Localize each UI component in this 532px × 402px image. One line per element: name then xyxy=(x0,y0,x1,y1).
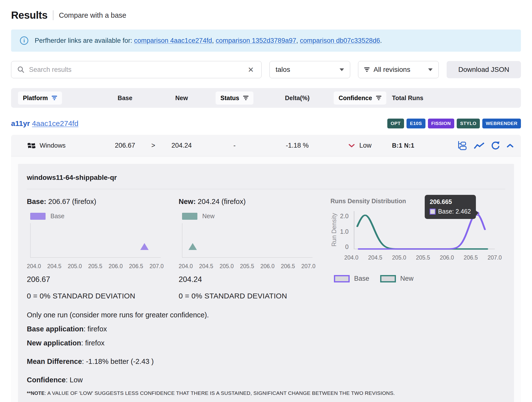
density-x-axis: 204.0204.5205.0205.5206.0206.5207.0 xyxy=(344,254,502,261)
comparison-link-1[interactable]: comparison 4aac1ce274fd xyxy=(134,37,212,44)
result-group: Windows 206.67 > 204.24 - -1.18 % Low B:… xyxy=(11,135,521,402)
new-value: 204.24 xyxy=(161,142,203,149)
results-table-header: Platform Base New Status Delta(%) Confid… xyxy=(11,88,521,108)
density-plot: 206.665 Base: 2.462 xyxy=(352,209,496,251)
info-icon: i xyxy=(20,36,28,45)
new-legend-label: New xyxy=(202,213,215,220)
status-filter-button[interactable]: Status xyxy=(216,92,253,105)
expanded-detail: windows11-64-shippable-qr Base: 206.67 (… xyxy=(11,156,521,402)
new-swatch xyxy=(182,213,197,220)
banner-separator: , xyxy=(212,37,216,44)
total-runs-value: B:1 N:1 xyxy=(392,142,454,149)
total-runs-header: Total Runs xyxy=(392,94,454,102)
density-legend: Base New xyxy=(334,275,505,282)
base-x-axis: 204.0204.5205.0205.5206.0206.5207.0 xyxy=(27,263,164,270)
confidence-note: Confidence: Low xyxy=(27,376,505,384)
search-input[interactable] xyxy=(29,66,242,74)
subtest-card: windows11-64-shippable-qr Base: 206.67 (… xyxy=(18,164,514,402)
platform-name: Windows xyxy=(40,142,65,149)
direction-indicator: > xyxy=(146,142,161,149)
base-application: Base application: firefox xyxy=(27,325,505,333)
framework-value: talos xyxy=(276,66,336,74)
new-legend: New xyxy=(182,213,315,220)
base-point-marker xyxy=(140,243,149,250)
platform-result-row: Windows 206.67 > 204.24 - -1.18 % Low B:… xyxy=(11,135,521,156)
new-header: New xyxy=(161,94,203,102)
tag-webrender: WEBRENDER xyxy=(482,119,521,128)
banner-separator: , xyxy=(296,37,300,44)
runs-density-block: Runs Density Distribution Run Density 2.… xyxy=(330,198,505,300)
new-distribution-block: New: 204.24 (firefox) New 204.0204.5205.… xyxy=(179,198,315,300)
comparison-notes: Only one run (consider more runs for gre… xyxy=(27,311,505,396)
density-y-axis-label: Run Density xyxy=(330,209,338,251)
clear-search-icon[interactable]: ✕ xyxy=(246,65,255,74)
chevron-down-icon xyxy=(340,68,344,71)
platform-header-label: Platform xyxy=(23,94,48,102)
density-chart-title: Runs Density Distribution xyxy=(330,198,505,205)
page-subtitle: Compare with a base xyxy=(59,11,126,19)
filter-icon xyxy=(364,67,370,72)
page-title: Results xyxy=(11,9,47,21)
only-one-run-note: Only one run (consider more runs for gre… xyxy=(27,311,505,319)
confidence-filter-button[interactable]: Confidence xyxy=(334,92,386,105)
chevron-down-icon xyxy=(428,68,433,71)
status-header-label: Status xyxy=(220,94,239,102)
density-new-swatch xyxy=(380,275,396,282)
graph-link-button[interactable] xyxy=(474,142,485,149)
density-new-label: New xyxy=(400,275,414,282)
density-base-swatch xyxy=(334,275,350,282)
download-json-button[interactable]: Download JSON xyxy=(447,61,521,78)
density-y-ticks: 2.01.00 xyxy=(338,209,352,251)
new-point-marker xyxy=(188,243,197,250)
base-stddev: 0 = 0% STANDARD DEVIATION xyxy=(27,292,163,300)
comparison-link-3[interactable]: comparison db07c33528d6 xyxy=(300,37,380,44)
base-legend: Base xyxy=(30,213,163,220)
comparison-link-2[interactable]: comparison 1352d3789a97 xyxy=(216,37,296,44)
banner-prefix: Perfherder links are available for: xyxy=(35,37,134,44)
tag-stylo: STYLO xyxy=(457,119,480,128)
base-header: Base xyxy=(104,94,146,102)
confidence-header-label: Confidence xyxy=(339,94,372,102)
status-value: - xyxy=(203,142,266,149)
suite-row: a11yr 4aac1ce274fd OPT E10S FISSION STYL… xyxy=(11,119,521,128)
subtest-name: windows11-64-shippable-qr xyxy=(27,174,505,182)
new-plot xyxy=(182,223,313,258)
tag-list: OPT E10S FISSION STYLO WEBRENDER xyxy=(387,119,521,128)
charts-row: Base: 206.67 (firefox) Base 204.0204.520… xyxy=(27,198,505,300)
tag-fission: FISSION xyxy=(428,119,454,128)
regression-chevron-down-icon xyxy=(348,144,355,148)
density-base-label: Base xyxy=(354,275,369,282)
delta-value: -1.18 % xyxy=(266,142,328,149)
filter-icon xyxy=(52,96,57,100)
base-plot xyxy=(30,223,161,258)
base-legend-label: Base xyxy=(50,213,64,220)
page-header: Results Compare with a base xyxy=(11,9,521,21)
filter-icon xyxy=(243,96,249,100)
filter-icon xyxy=(376,96,381,100)
perfherder-compare-page: Results Compare with a base i Perfherder… xyxy=(0,0,532,402)
suite-revision-link[interactable]: 4aac1ce274fd xyxy=(32,119,78,127)
new-stddev: 0 = 0% STANDARD DEVIATION xyxy=(179,292,315,300)
search-icon xyxy=(17,66,25,73)
base-swatch xyxy=(30,213,46,220)
platform-filter-button[interactable]: Platform xyxy=(18,92,62,105)
suite-title: a11yr 4aac1ce274fd xyxy=(11,119,78,128)
base-distribution-block: Base: 206.67 (firefox) Base 204.0204.520… xyxy=(27,198,163,300)
tooltip-value: 206.665 xyxy=(430,198,471,205)
base-value: 206.67 xyxy=(104,142,146,149)
subtests-button[interactable] xyxy=(457,141,467,151)
framework-select[interactable]: talos xyxy=(269,61,350,78)
search-box[interactable]: ✕ xyxy=(11,61,262,78)
new-heading: New: 204.24 (firefox) xyxy=(179,198,315,206)
retrigger-button[interactable] xyxy=(491,141,500,150)
banner-text: Perfherder links are available for: comp… xyxy=(35,37,382,45)
tooltip-swatch xyxy=(430,209,436,215)
new-application: New application: firefox xyxy=(27,340,505,347)
collapse-chevron-up-icon[interactable] xyxy=(507,143,514,148)
controls-row: ✕ talos All revisions Download JSON xyxy=(11,61,521,78)
low-confidence-note: **NOTE: A VALUE OF 'LOW' SUGGESTS LESS C… xyxy=(27,390,505,396)
new-point-value: 204.24 xyxy=(179,275,315,284)
banner-period: . xyxy=(380,37,382,44)
revisions-select[interactable]: All revisions xyxy=(358,61,439,78)
tooltip-label: Base: 2.462 xyxy=(438,208,471,215)
